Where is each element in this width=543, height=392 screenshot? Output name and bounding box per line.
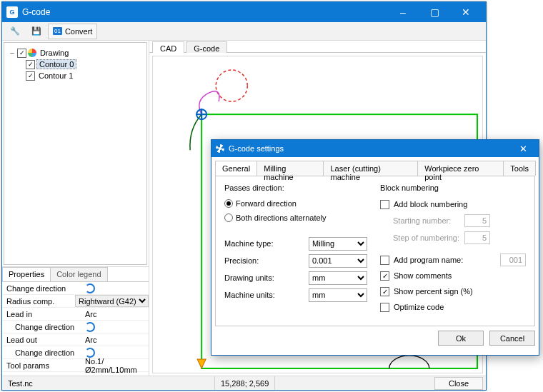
tree-item-1[interactable]: ✓ Contour 1 — [7, 70, 144, 81]
cancel-button[interactable]: Cancel — [489, 331, 535, 346]
cad-tabs: CAD G-code — [149, 41, 486, 53]
precision-select[interactable]: 0.001 — [309, 254, 367, 268]
tab-properties[interactable]: Properties — [2, 267, 51, 281]
radio-icon — [224, 199, 233, 208]
prop-k-6: Tool params — [2, 361, 82, 370]
step-label: Step of numbering: — [380, 233, 464, 242]
app-icon: G — [6, 6, 18, 18]
prop-v-2[interactable]: Arc — [82, 310, 149, 318]
tool-save[interactable]: 💾 — [26, 24, 46, 39]
tab-workpiece[interactable]: Workpiece zero point — [417, 161, 504, 176]
properties-grid: Change direction Radius comp.Rightward (… — [2, 281, 149, 376]
tree-root-label: Drawing — [38, 49, 71, 57]
gear-icon — [216, 144, 224, 153]
tab-general[interactable]: General — [215, 161, 257, 176]
dialog-buttons: Ok Cancel — [215, 331, 535, 346]
radio-both[interactable]: Both directions alternately — [224, 211, 367, 225]
svg-marker-5 — [197, 359, 206, 368]
main-titlebar[interactable]: G G-code – ▢ ✕ — [2, 2, 486, 22]
tree-item-0[interactable]: ✓ Contour 0 — [7, 59, 144, 70]
radio-icon — [224, 213, 233, 222]
program-name-input[interactable] — [500, 253, 526, 266]
properties-tabs: Properties Color legend — [2, 266, 149, 281]
wrench-icon: 🔧 — [10, 26, 20, 36]
collapse-icon[interactable]: − — [9, 49, 16, 57]
drawing-units-select[interactable]: mm — [309, 271, 367, 285]
radius-comp-select[interactable]: Rightward (G42) — [75, 295, 149, 307]
tree-label-0: Contour 0 — [36, 59, 76, 69]
tab-laser[interactable]: Laser (cutting) machine — [323, 161, 418, 176]
radio-forward[interactable]: Forward direction — [224, 196, 367, 211]
save-icon: 💾 — [31, 26, 41, 36]
minimize-button[interactable]: – — [387, 2, 419, 22]
dialog-title: G-code settings — [229, 144, 512, 153]
svg-point-1 — [216, 70, 247, 101]
machine-type-select[interactable]: Milling — [309, 237, 367, 251]
starting-input[interactable] — [464, 214, 490, 227]
statusbar: Test.nc 15,288; 2,569 Close — [2, 376, 486, 390]
prop-v-4[interactable]: Arc — [82, 336, 149, 344]
machine-units-label: Machine units: — [224, 291, 309, 299]
check-optimize[interactable]: Optimize code — [380, 299, 526, 315]
machine-units-select[interactable]: mm — [309, 288, 367, 302]
tab-gcode[interactable]: G-code — [186, 41, 227, 53]
passes-label: Passes direction: — [224, 184, 367, 192]
status-file: Test.nc — [2, 376, 215, 390]
prop-k-3: Change direction — [2, 323, 82, 331]
window-title: G-code — [22, 7, 387, 17]
check-add-block[interactable]: Add block numbering — [380, 196, 526, 212]
checkbox-icon — [380, 200, 389, 209]
checkbox-icon — [380, 287, 389, 296]
dialog-titlebar[interactable]: G-code settings ✕ — [211, 140, 539, 157]
refresh-icon[interactable] — [85, 283, 95, 293]
ok-button[interactable]: Ok — [438, 331, 484, 346]
refresh-icon[interactable] — [85, 348, 95, 358]
step-input[interactable] — [464, 231, 490, 244]
dialog-close-button[interactable]: ✕ — [512, 140, 534, 157]
check-show-percent[interactable]: Show percent sign (%) — [380, 283, 526, 299]
settings-dialog: G-code settings ✕ General Milling machin… — [211, 139, 539, 356]
tab-color-legend[interactable]: Color legend — [50, 267, 107, 281]
prop-k-4: Lead out — [2, 336, 82, 344]
tree-check-0[interactable]: ✓ — [26, 60, 35, 69]
checkbox-icon — [380, 271, 389, 281]
left-pane: − ✓ Drawing ✓ Contour 0 ✓ Contour 1 Prop… — [2, 41, 149, 376]
tool-wrench[interactable]: 🔧 — [5, 24, 25, 39]
check-show-comments[interactable]: Show comments — [380, 268, 526, 283]
prop-k-0: Change direction — [2, 284, 82, 293]
convert-button[interactable]: 01 Convert — [48, 24, 97, 39]
maximize-button[interactable]: ▢ — [419, 2, 450, 22]
tree-label-1: Contour 1 — [36, 71, 75, 80]
block-num-label: Block numbering — [380, 184, 526, 192]
tab-milling[interactable]: Milling machine — [256, 161, 324, 176]
tab-cad[interactable]: CAD — [152, 41, 184, 53]
machine-type-label: Machine type: — [224, 239, 309, 248]
starting-label: Starting number: — [380, 216, 464, 225]
convert-label: Convert — [65, 27, 93, 36]
checkbox-icon — [380, 303, 389, 312]
refresh-icon[interactable] — [85, 322, 95, 332]
tree-root-check[interactable]: ✓ — [17, 49, 26, 58]
toolbar: 🔧 💾 01 Convert — [2, 22, 486, 41]
drawing-icon — [28, 49, 36, 57]
tab-tools[interactable]: Tools — [503, 161, 536, 176]
dialog-tabs: General Milling machine Laser (cutting) … — [215, 161, 535, 176]
dialog-content: Passes direction: Forward direction Both… — [215, 176, 535, 326]
prop-v-6[interactable]: No.1/Ø2mm/L10mm — [82, 357, 149, 374]
convert-badge-icon: 01 — [53, 27, 62, 35]
tree-check-1[interactable]: ✓ — [26, 71, 35, 81]
status-close-button[interactable]: Close — [434, 377, 483, 390]
drawing-tree[interactable]: − ✓ Drawing ✓ Contour 0 ✓ Contour 1 — [4, 42, 147, 265]
prop-k-2: Lead in — [2, 310, 82, 318]
prop-k-5: Change direction — [2, 348, 82, 357]
checkbox-icon — [380, 256, 389, 265]
check-add-program[interactable]: Add program name: — [380, 252, 526, 268]
drawing-units-label: Drawing units: — [224, 273, 309, 282]
close-button[interactable]: ✕ — [450, 2, 482, 22]
status-coords: 15,288; 2,569 — [215, 376, 275, 390]
prop-k-1: Radius comp. — [2, 297, 72, 306]
tree-root[interactable]: − ✓ Drawing — [7, 47, 144, 59]
precision-label: Precision: — [224, 256, 309, 265]
